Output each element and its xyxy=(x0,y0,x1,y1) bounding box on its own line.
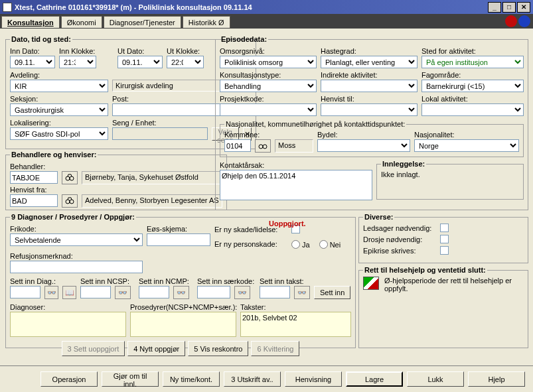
drosje-checkbox[interactable] xyxy=(440,235,449,243)
diag-code-input[interactable] xyxy=(10,286,40,298)
saer-input[interactable] xyxy=(197,286,230,298)
label-seksjon: Seksjon: xyxy=(10,95,108,103)
label-bydel: Bydel: xyxy=(317,131,410,139)
ledsager-checkbox[interactable] xyxy=(440,224,449,232)
label-henvist: Henvist fra: xyxy=(10,186,222,194)
behandler-lookup-button[interactable] xyxy=(62,171,78,184)
label-settncsp: Sett inn NCSP: xyxy=(80,277,135,285)
svg-point-4 xyxy=(259,145,263,149)
vis-reskontro-button[interactable]: 5 Vis reskontro xyxy=(188,341,248,356)
kommune-code-input[interactable] xyxy=(224,139,251,152)
label-drosje: Drosje nødvendig: xyxy=(363,235,436,243)
rett-text: Ø-hjelpsperiode der rett til helsehjelp … xyxy=(384,277,524,293)
label-konstype: Konsultasjonstype: xyxy=(220,71,317,79)
henvisning-button[interactable]: Henvisning xyxy=(285,371,342,387)
takster-box[interactable]: 201b, Selvbet 02 xyxy=(240,312,351,337)
eos-input[interactable] xyxy=(147,233,210,246)
hjelp-button[interactable]: Hjelp xyxy=(468,371,525,387)
utskrift-button[interactable]: 3 Utskrift av.. xyxy=(224,371,281,387)
diag-book-button[interactable]: 📖 xyxy=(62,286,76,299)
operasjon-button[interactable]: Operasjon xyxy=(40,371,98,387)
henvist-input[interactable] xyxy=(10,194,58,207)
indir-select[interactable] xyxy=(321,80,418,92)
seksjon-select[interactable]: Gastrokirurgisk xyxy=(10,103,108,116)
diag-lookup-button[interactable]: 👓 xyxy=(44,286,58,299)
label-haste: Hastegrad: xyxy=(321,47,418,55)
app-icon xyxy=(3,3,12,12)
lukk-button[interactable]: Lukk xyxy=(407,371,464,387)
ncsp-input[interactable] xyxy=(80,286,111,298)
kommune-lookup-button[interactable] xyxy=(255,139,271,153)
sett-inn-button[interactable]: Sett inn xyxy=(314,286,350,299)
lokalisering-select[interactable]: SØF Gastro SDI-pol xyxy=(10,127,108,140)
svg-point-0 xyxy=(66,176,70,180)
innl-text: Ikke innlagt. xyxy=(381,170,519,178)
ut-klokke-select[interactable]: 22:06 xyxy=(167,56,204,68)
close-window-button[interactable]: ✕ xyxy=(517,2,530,13)
label-frikode: Frikode: xyxy=(10,225,143,233)
kvittering-button: 6 Kvittering xyxy=(251,341,299,356)
group-episodedata: Episodedata: Omsorgsnivå:Poliklinisk oms… xyxy=(215,35,528,210)
label-settdiag: Sett inn Diag.: xyxy=(10,277,76,285)
inn-klokke-select[interactable]: 21:36 xyxy=(59,56,96,68)
label-eos: Eøs-skjema: xyxy=(147,225,210,233)
label-behandler: Behandler: xyxy=(10,163,222,170)
ny-time-button[interactable]: Ny time/kont. xyxy=(163,371,220,387)
nypers-nei-radio[interactable] xyxy=(319,240,328,249)
nasjon-select[interactable]: Norge xyxy=(414,139,519,152)
behandler-input[interactable] xyxy=(10,171,58,184)
saer-lookup-button[interactable]: 👓 xyxy=(234,286,250,299)
henvist-lookup-button[interactable] xyxy=(62,194,78,208)
prosedyrer-box[interactable] xyxy=(130,312,236,337)
tab-diagnoser[interactable]: Diagnoser/Tjenester xyxy=(104,16,181,28)
behandler-desc: Bjørneby, Tanja, Sykehuset Østfold xyxy=(82,171,222,184)
ncmp-input[interactable] xyxy=(139,286,169,298)
minimize-button[interactable]: _ xyxy=(488,2,501,13)
konstype-select[interactable]: Behandling xyxy=(220,80,317,92)
label-indir: Indirekte aktivitet: xyxy=(321,71,418,79)
nytt-oppgjor-button[interactable]: 4 Nytt oppgjør xyxy=(127,341,185,356)
refusjon-input[interactable] xyxy=(10,261,143,273)
label-kontakt: Kontaktårsak: xyxy=(220,161,372,169)
tab-okonomi[interactable]: Økonomi xyxy=(61,16,102,28)
label-prosjekt: Prosjektkode: xyxy=(220,95,317,103)
group-innleggelse: Innleggelse: Ikke innlagt. xyxy=(376,160,524,200)
prosjekt-select[interactable] xyxy=(220,103,317,116)
haste-select[interactable]: Planlagt, eller venting ove xyxy=(321,56,418,68)
takst-input[interactable] xyxy=(260,286,290,298)
inn-dato-select[interactable]: 09.11.14 xyxy=(10,56,55,68)
titlebar: Xtest, Cathrine 010161*39918* (m) - Poli… xyxy=(0,0,533,14)
maximize-button[interactable]: □ xyxy=(502,2,516,13)
status-icon-blue[interactable] xyxy=(518,15,530,27)
tab-historikk[interactable]: Historikk Ø xyxy=(183,16,230,28)
tab-konsultasjon[interactable]: Konsultasjon xyxy=(1,16,60,28)
kontakt-textarea[interactable]: Øhjelp den 05.11.2014 xyxy=(220,170,372,200)
label-takster: Takster: xyxy=(240,303,351,311)
label-sted: Sted for aktivitet: xyxy=(421,47,524,55)
lagre-button[interactable]: Lagre xyxy=(346,371,403,387)
henvtil-select[interactable] xyxy=(321,103,418,116)
takst-lookup-button[interactable]: 👓 xyxy=(294,286,310,299)
lokalakt-select[interactable] xyxy=(421,103,524,116)
omsorg-select[interactable]: Poliklinisk omsorg xyxy=(220,56,317,68)
avdeling-select[interactable]: KIR xyxy=(10,80,108,92)
svg-point-1 xyxy=(70,176,74,180)
sted-select[interactable]: På egen institusjon xyxy=(421,56,524,68)
fag-select[interactable]: Barnekirurgi (<15) xyxy=(421,80,524,92)
bydel-select[interactable] xyxy=(317,139,410,152)
legend-innl: Innleggelse: xyxy=(381,160,426,168)
binoculars-icon xyxy=(258,142,267,150)
label-nypers: Er ny personskade: xyxy=(214,240,287,248)
status-icon-red[interactable] xyxy=(505,15,517,27)
diagnoser-box[interactable] xyxy=(10,312,126,337)
frikode-select[interactable]: Selvbetalende xyxy=(10,233,143,246)
ncsp-lookup-button[interactable]: 👓 xyxy=(115,286,131,299)
tabstrip: Konsultasjon Økonomi Diagnoser/Tjenester… xyxy=(0,14,533,29)
gjor-om-button[interactable]: Gjør om til innl. xyxy=(102,371,159,387)
ncmp-lookup-button[interactable]: 👓 xyxy=(173,286,189,299)
legend-dato: Dato, tid og sted: xyxy=(10,35,72,43)
nypers-ja-radio[interactable] xyxy=(291,240,300,249)
ut-dato-select[interactable]: 09.11.14 xyxy=(117,56,163,68)
svg-point-2 xyxy=(66,200,70,204)
epikrise-checkbox[interactable] xyxy=(440,246,449,255)
